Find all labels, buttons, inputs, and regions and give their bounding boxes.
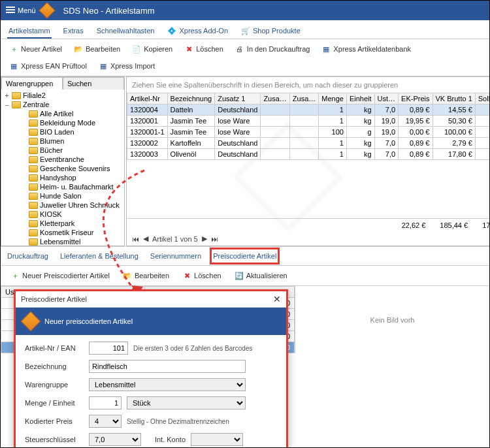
main-toolbar: ＋Neuer Artikel📂Bearbeiten📄Kopieren✖Lösch… <box>1 39 489 76</box>
grid-sum-row: 22,62 €185,44 €17200 <box>127 218 490 232</box>
grid-col-header[interactable]: Zusatz 1 <box>215 93 261 104</box>
tree-node[interactable]: Hunde Salon <box>3 191 123 200</box>
grid-col-header[interactable]: Ust… <box>374 93 399 104</box>
subtoolbar-btn-3[interactable]: 🔄Aktualisieren <box>230 268 292 283</box>
tree-node[interactable]: Lebensmittel <box>3 237 123 246</box>
pager-prev-icon[interactable]: ◀ <box>143 234 148 243</box>
pager-text: Artikel 1 von 5 <box>152 235 198 243</box>
main-tab-3[interactable]: 💠Xpress Add-On <box>166 24 229 39</box>
bez-label: Bezeichnung <box>25 362 84 370</box>
hamburger-icon <box>6 7 15 14</box>
toolbar-btn-5[interactable]: ▦Xpress Artikeldatenbank <box>317 42 416 56</box>
toolbar-btn-0[interactable]: ＋Neuer Artikel <box>5 42 67 56</box>
tree-tab-suchen[interactable]: Suchen <box>63 77 124 89</box>
subtoolbar-btn-1[interactable]: 📂Bearbeiten <box>118 268 174 283</box>
menu-label: Menü <box>18 7 36 14</box>
toolbar-btn-3[interactable]: ✖Löschen <box>180 42 228 56</box>
sub-tabs: DruckauftragLieferanten & BestellungSeri… <box>1 246 489 266</box>
table-row[interactable]: 1320001Jasmin Teelose Ware1kg19,019,95 €… <box>127 116 491 127</box>
price-coded-dialog: Preiscodierter Artikel ✕ Neuer preiscodi… <box>14 289 288 448</box>
tree-panel: Warengruppen Suchen +Filiale2–ZentraleAl… <box>1 76 125 246</box>
grid-col-header[interactable]: VK Brutto 1 <box>433 93 475 104</box>
artnr-hint: Die ersten 3 oder 6 Zahlen des Barcodes <box>133 345 252 352</box>
tree-node[interactable]: Eventbranche <box>3 155 123 164</box>
artnr-label: Artikel-Nr / EAN <box>25 344 84 352</box>
toolbar-btn-4[interactable]: 🖨In den Druckauftrag <box>231 42 315 56</box>
tree-node[interactable]: BIO Laden <box>3 127 123 136</box>
dialog-logo-icon <box>20 311 41 331</box>
pager-first-icon[interactable]: ⏮ <box>132 235 139 243</box>
kp-label: Kodierter Preis <box>25 417 84 425</box>
titlebar: Menü SDS Neo - Artikelstamm <box>1 1 489 20</box>
tree-node[interactable]: Geschenke Souvenirs <box>3 164 123 173</box>
tree-node[interactable]: Handyshop <box>3 173 123 182</box>
einheit-select[interactable]: Stück <box>127 396 246 409</box>
grid-col-header[interactable]: Zusa… <box>289 93 318 104</box>
app-title: SDS Neo - Artikelstamm <box>63 6 155 16</box>
main-tab-2[interactable]: Schnellwahltasten <box>95 24 156 39</box>
tree-node[interactable]: KIOSK <box>3 210 123 219</box>
artnr-input[interactable] <box>89 342 128 355</box>
image-panel: Kein Bild vorh <box>295 286 489 353</box>
grid-col-header[interactable]: Einheit <box>346 93 374 104</box>
toolbar-btn-6[interactable]: ▦Xpress EAN Prüftool <box>5 59 91 73</box>
main-tab-4[interactable]: 🛒Shop Produkte <box>240 24 302 39</box>
wg-select[interactable]: Lebensmittel <box>89 378 246 391</box>
sub-tab-2[interactable]: Seriennummern <box>150 251 201 261</box>
tree-tab-warengruppen[interactable]: Warengruppen <box>1 77 63 89</box>
st-label: Steuerschlüssel <box>25 436 84 443</box>
bez-input[interactable] <box>89 360 246 373</box>
grid-col-header[interactable]: Menge <box>319 93 347 104</box>
main-tab-1[interactable]: Extras <box>62 24 85 39</box>
pager-next-icon[interactable]: ▶ <box>202 234 207 243</box>
intk-label: Int. Konto <box>146 436 186 443</box>
tree-node[interactable]: Kosmetik Friseur <box>3 228 123 237</box>
sub-tab-0[interactable]: Druckauftrag <box>7 251 48 261</box>
tree-node[interactable]: +Filiale2 <box>3 91 123 100</box>
tree-node[interactable]: Bücher <box>3 146 123 155</box>
menge-label: Menge / Einheit <box>25 399 84 407</box>
grid-col-header[interactable]: Soll… <box>475 93 490 104</box>
dialog-header: Neuer preiscodierten Artikel <box>44 317 133 325</box>
subtoolbar-btn-2[interactable]: ✖Löschen <box>178 268 226 283</box>
grid-col-header[interactable]: EK-Preis <box>399 93 433 104</box>
tree-node[interactable]: Kletterpark <box>3 219 123 228</box>
main-tabs: ArtikelstammExtrasSchnellwahltasten💠Xpre… <box>1 20 489 39</box>
group-hint: Ziehen Sie eine Spaltenüberschrift in di… <box>127 77 490 93</box>
tree-node[interactable]: Heim- u. Baufachmarkt <box>3 182 123 191</box>
tree-list[interactable]: +Filiale2–ZentraleAlle ArtikelBekleidung… <box>1 89 124 246</box>
tree-node[interactable]: Bekleidung Mode <box>3 118 123 127</box>
tree-node[interactable]: Blumen <box>3 136 123 146</box>
pager[interactable]: ⏮ ◀ Artikel 1 von 5 ▶ ⏭ <box>127 232 490 246</box>
subtoolbar-btn-0[interactable]: ＋Neuer Preiscodierter Artikel <box>6 268 114 283</box>
kp-select[interactable]: 4 <box>89 415 122 428</box>
grid-col-header[interactable]: Bezeichnung <box>167 93 215 104</box>
grid-col-header[interactable]: Artikel-Nr <box>127 93 168 104</box>
kp-hint: Stellig - Ohne Dezimaltrennzeichen <box>127 418 229 425</box>
tree-node[interactable]: –Zentrale <box>3 100 123 109</box>
toolbar-btn-2[interactable]: 📄Kopieren <box>127 42 177 56</box>
table-row[interactable]: 1320004DattelnDeutschland1kg7,00,89 €14,… <box>127 104 491 116</box>
toolbar-btn-1[interactable]: 📂Bearbeiten <box>69 42 125 56</box>
main-tab-0[interactable]: Artikelstamm <box>7 24 52 39</box>
intk-select[interactable] <box>191 433 243 446</box>
app-logo-icon <box>39 2 55 18</box>
close-icon[interactable]: ✕ <box>273 294 281 304</box>
pager-last-icon[interactable]: ⏭ <box>211 235 218 243</box>
dialog-window-title: Preiscodierter Artikel <box>21 295 87 303</box>
sub-tab-3[interactable]: Preiscodierte Artikel <box>213 251 276 261</box>
tree-node[interactable]: Alle Artikel <box>3 109 123 118</box>
sub-toolbar: ＋Neuer Preiscodierter Artikel📂Bearbeiten… <box>1 266 489 286</box>
wg-label: Warengruppe <box>25 381 84 389</box>
sub-tab-1[interactable]: Lieferanten & Bestellung <box>60 251 139 261</box>
tree-tabs: Warengruppen Suchen <box>1 77 124 89</box>
menge-input[interactable] <box>89 396 122 409</box>
table-row[interactable]: 1320001-1Jasmin Teelose Ware100g19,00,00… <box>127 127 491 138</box>
grid-col-header[interactable]: Zusa… <box>261 93 289 104</box>
menu-button[interactable]: Menü <box>6 7 36 14</box>
toolbar-btn-7[interactable]: ▦Xpress Import <box>94 59 159 73</box>
tree-node[interactable]: Juwelier Uhren Schmuck <box>3 200 123 210</box>
st-select[interactable]: 7,0 <box>89 433 141 446</box>
